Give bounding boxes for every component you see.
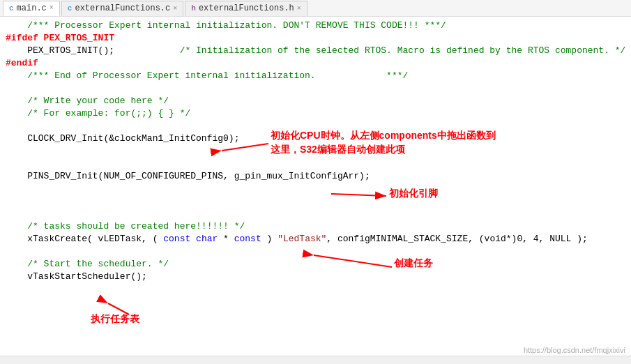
line-text-3: PEX_RTOS_INIT(); /* Initialization of th…: [0, 45, 631, 57]
code-line-19: [0, 245, 631, 258]
line-text-1: /*** Processor Expert internal initializ…: [0, 20, 631, 32]
code-line-16: [0, 208, 631, 220]
code-line-1: /*** Processor Expert internal initializ…: [0, 20, 631, 32]
code-line-3: PEX_RTOS_INIT(); /* Initialization of th…: [0, 45, 631, 57]
tab-icon-ext-h: h: [191, 4, 196, 13]
code-line-21: vTaskStartScheduler();: [0, 271, 631, 283]
code-line-11: [0, 145, 631, 158]
code-line-12: [0, 158, 631, 170]
code-line-5: /*** End of Processor Expert internal in…: [0, 70, 631, 82]
code-line-7: /* Write your code here */: [0, 95, 631, 107]
tab-ext-c[interactable]: c externalFunctions.c ×: [61, 1, 183, 16]
horizontal-scrollbar[interactable]: [0, 356, 631, 364]
code-line-13: PINS_DRV_Init(NUM_OF_CONFIGURED_PINS, g_…: [0, 170, 631, 183]
tab-label-main-c: main.c: [17, 3, 47, 13]
tab-close-ext-c[interactable]: ×: [173, 5, 177, 13]
code-line-8: /* For example: for(;;) { } */: [0, 107, 631, 120]
watermark: https://blog.csdn.net/fmqjxixivi: [524, 346, 625, 354]
code-line-17: /* tasks should be created here!!!!!! */: [0, 220, 631, 233]
tab-label-ext-c: externalFunctions.c: [75, 3, 170, 13]
line-text-8: /* For example: for(;;) { } */: [0, 107, 631, 120]
svg-line-6: [108, 303, 129, 314]
tab-main-c[interactable]: c main.c ×: [3, 1, 60, 16]
line-text-17: /* tasks should be created here!!!!!! */: [0, 220, 631, 233]
code-line-6: [0, 82, 631, 95]
code-line-10: CLOCK_DRV_Init(&clockMan1_InitConfig0);: [0, 132, 631, 145]
code-line-14: [0, 183, 631, 195]
annotation-scheduler: 执行任务表: [91, 312, 139, 326]
code-area: /*** Processor Expert internal initializ…: [0, 17, 631, 364]
line-text-7: /* Write your code here */: [0, 95, 631, 107]
line-text-10: CLOCK_DRV_Init(&clockMan1_InitConfig0);: [0, 132, 631, 145]
line-text-4: #endif: [0, 57, 631, 70]
code-line-20: /* Start the scheduler. */: [0, 258, 631, 271]
line-text-5: /*** End of Processor Expert internal in…: [0, 70, 631, 82]
tab-icon-main-c: c: [9, 4, 14, 13]
tab-bar: c main.c × c externalFunctions.c × h ext…: [0, 0, 631, 17]
code-line-4: #endif: [0, 57, 631, 70]
tab-label-ext-h: externalFunctions.h: [199, 3, 294, 13]
line-text-13: PINS_DRV_Init(NUM_OF_CONFIGURED_PINS, g_…: [0, 170, 631, 183]
tab-close-ext-h[interactable]: ×: [297, 5, 301, 13]
tab-ext-h[interactable]: h externalFunctions.h ×: [185, 1, 307, 16]
line-text-2: #ifdef PEX_RTOS_INIT: [0, 32, 631, 45]
tab-icon-ext-c: c: [68, 4, 73, 13]
line-text-18: xTaskCreate( vLEDTask, ( const char * co…: [0, 233, 631, 245]
line-text-20: /* Start the scheduler. */: [0, 258, 631, 271]
code-line-15: [0, 195, 631, 208]
line-text-21: vTaskStartScheduler();: [0, 271, 631, 283]
tab-close-main-c[interactable]: ×: [50, 4, 54, 12]
code-line-18: xTaskCreate( vLEDTask, ( const char * co…: [0, 233, 631, 245]
code-line-9: [0, 120, 631, 132]
code-line-2: #ifdef PEX_RTOS_INIT: [0, 32, 631, 45]
